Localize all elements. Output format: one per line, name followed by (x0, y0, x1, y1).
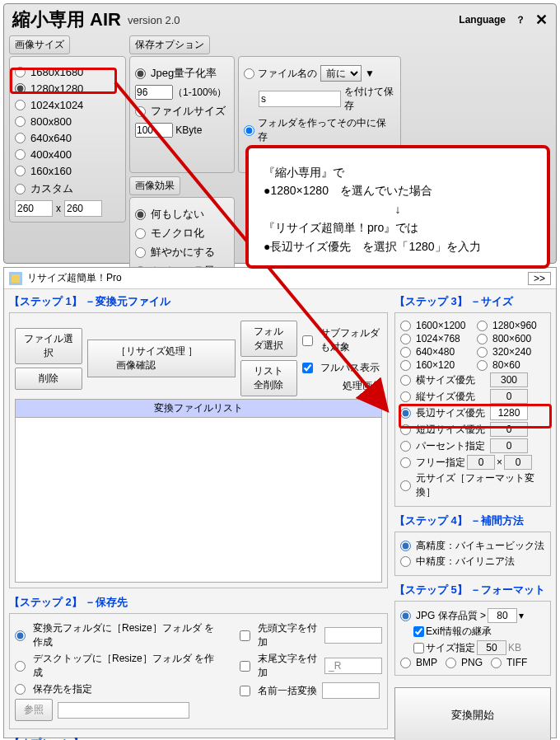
step2-title: 【ステップ 2】 －保存先 (9, 595, 388, 610)
vsize-radio[interactable] (400, 391, 411, 402)
filesize-input[interactable] (135, 123, 173, 138)
free-w-input[interactable] (467, 455, 495, 470)
suffix-check[interactable] (240, 661, 250, 672)
delete-button[interactable]: 削除 (15, 368, 82, 390)
pct-input[interactable] (490, 438, 528, 453)
jpg-q-spin[interactable]: ▾ (519, 610, 524, 621)
preset-1b-radio[interactable] (477, 334, 488, 344)
preset-2a-radio[interactable] (400, 347, 411, 358)
exif-inherit-check[interactable] (413, 626, 424, 637)
convert-button[interactable]: 変換開始 (394, 687, 551, 740)
folder-save-label: フォルダを作ってその中に保存 (258, 116, 395, 144)
jpg-q-input[interactable] (488, 608, 517, 623)
filesize-label: ファイルサイズ (151, 104, 226, 119)
pct-radio[interactable] (400, 441, 411, 452)
size-radio-5[interactable] (15, 149, 26, 160)
hsize-radio[interactable] (400, 375, 411, 386)
ssize-input[interactable] (490, 422, 528, 437)
suffix-input[interactable] (324, 658, 382, 674)
bilinear-radio[interactable] (400, 556, 411, 567)
free-h-input[interactable] (504, 455, 532, 470)
filename-radio[interactable] (244, 68, 254, 79)
subfolder-check[interactable] (302, 335, 313, 346)
fullpath-check[interactable] (302, 363, 313, 373)
pro-sys-button[interactable]: >> (528, 272, 551, 285)
group-save-title: 保存オプション (129, 35, 210, 54)
preset-3a-label: 160×120 (416, 359, 475, 371)
preset-2b-label: 320×240 (492, 346, 531, 358)
size-radio-4[interactable] (15, 133, 26, 143)
preset-1a-radio[interactable] (400, 334, 411, 344)
language-label[interactable]: Language (459, 14, 506, 26)
folder-select-button[interactable]: フォルダ選択 (240, 321, 298, 357)
prefix-check[interactable] (240, 630, 250, 641)
filename-pos-select[interactable]: 前に (320, 65, 362, 82)
help-icon[interactable]: ？ (516, 13, 525, 27)
jpg-radio[interactable] (400, 611, 411, 621)
free-radio[interactable] (400, 457, 411, 468)
lsize-input[interactable] (490, 405, 528, 420)
dst2-radio[interactable] (15, 661, 26, 672)
bicubic-radio[interactable] (400, 541, 411, 551)
preset-0a-radio[interactable] (400, 321, 411, 331)
bmp-radio[interactable] (400, 658, 411, 668)
size-radio-2[interactable] (15, 100, 26, 110)
jpeg-input[interactable] (135, 85, 173, 100)
preset-3b-radio[interactable] (477, 360, 488, 371)
effect-radio-1[interactable] (135, 228, 146, 239)
dst3-radio[interactable] (15, 684, 26, 695)
vsize-input[interactable] (490, 389, 528, 404)
rename-check[interactable] (240, 686, 250, 696)
filename-input[interactable] (259, 91, 341, 107)
size-radio-6[interactable] (15, 166, 26, 176)
ssize-radio[interactable] (400, 424, 411, 435)
size-spec-check[interactable] (413, 643, 424, 653)
filesize-radio[interactable] (135, 106, 146, 117)
size-radio-7[interactable] (15, 184, 26, 194)
preset-1a-label: 1024×768 (416, 333, 475, 344)
effect-radio-0[interactable] (135, 209, 146, 220)
lsize-radio[interactable] (400, 408, 411, 419)
pct-label: パーセント指定 (416, 439, 488, 453)
callout-l2: ●1280×1280 を選んでいた場合 (264, 181, 532, 199)
dst1-radio[interactable] (15, 630, 26, 641)
size-label-4: 640x640 (30, 132, 72, 144)
filelist-body[interactable] (15, 418, 382, 583)
ref-path-input[interactable] (58, 702, 189, 719)
file-select-button[interactable]: ファイル選択 (15, 328, 82, 364)
png-label: PNG (461, 657, 483, 668)
orig-radio[interactable] (400, 480, 411, 491)
filename-suffix: を付けて保存 (344, 85, 395, 113)
resize-confirm-label[interactable]: ［リサイズ処理 ］画像確認 (87, 340, 236, 377)
folder-radio[interactable] (244, 125, 254, 136)
preset-0b-radio[interactable] (477, 321, 488, 331)
rename-input[interactable] (322, 682, 380, 699)
custom-w-input[interactable] (15, 200, 53, 217)
svg-rect-2 (12, 274, 20, 283)
filename-label: ファイル名の (258, 67, 317, 81)
prefix-input[interactable] (324, 627, 382, 644)
size-radio-1[interactable] (15, 83, 26, 94)
size-radio-0[interactable] (15, 67, 26, 77)
close-icon[interactable]: ✕ (535, 11, 548, 29)
size-radio-3[interactable] (15, 116, 26, 127)
step1-title: 【ステップ 1】 －変換元ファイル (9, 294, 388, 309)
png-radio[interactable] (446, 658, 456, 668)
effect-label-0: 何もしない (151, 207, 204, 222)
custom-h-input[interactable] (64, 200, 102, 217)
effect-label-1: モノクロ化 (151, 226, 204, 241)
hsize-input[interactable] (490, 372, 528, 387)
preset-3a-radio[interactable] (400, 360, 411, 371)
preset-2b-radio[interactable] (477, 347, 488, 358)
air-version: version 2.0 (128, 14, 180, 26)
ref-button[interactable]: 参照 (15, 699, 53, 721)
tiff-radio[interactable] (491, 658, 502, 668)
jpeg-radio[interactable] (135, 68, 146, 79)
list-delete-button[interactable]: リスト全削除 (240, 360, 298, 396)
size-spec-input[interactable] (477, 640, 506, 655)
jpg-label: JPG 保存品質 > (416, 609, 486, 623)
size-label-1: 1280x1280 (30, 82, 83, 95)
bilinear-label: 中精度：バイリニア法 (416, 555, 515, 569)
effect-radio-2[interactable] (135, 247, 146, 258)
prefix-label: 先頭文字を付加 (258, 621, 320, 649)
